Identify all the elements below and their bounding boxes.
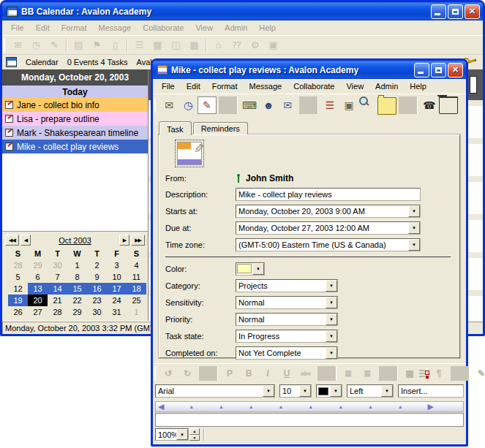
calendar-day[interactable]: 27 [28, 306, 48, 318]
new-task-icon[interactable]: ✎ [45, 37, 64, 53]
minimize-button[interactable] [431, 4, 446, 19]
menu-item[interactable]: Message [93, 20, 138, 35]
calendar-day[interactable]: 26 [8, 306, 28, 318]
timezone-dropdown[interactable]: (GMT-5:00) Eastern Time (US & Canada) ▼ [236, 238, 421, 251]
ruler-tab-marker[interactable]: ▲ [338, 404, 343, 409]
calendar-day[interactable]: 10 [107, 271, 127, 283]
dropdown-arrow-icon[interactable]: ▼ [326, 330, 337, 342]
maximize-button[interactable] [448, 4, 463, 19]
menu-item[interactable]: File [156, 79, 181, 94]
zoom-spinner[interactable]: ▲ ▼ [189, 428, 200, 441]
task-list-item[interactable]: Jane - collect bio info [2, 98, 148, 112]
contact-icon[interactable]: ☻ [259, 96, 278, 114]
next-year-button[interactable]: ▶▶ [131, 235, 145, 246]
message-icon[interactable]: ▤ [69, 37, 88, 53]
starts-at-dropdown[interactable]: Monday, October 20, 2003 9:00 AM ▼ [236, 205, 421, 218]
calendar-day[interactable]: 11 [127, 271, 146, 283]
menu-item[interactable]: Message [244, 79, 288, 94]
table-icon[interactable]: ▦ [400, 366, 419, 381]
calendar-day[interactable]: 21 [48, 295, 67, 306]
send-icon[interactable]: ⌨ [240, 96, 259, 114]
sensitivity-dropdown[interactable]: Normal ▼ [236, 296, 338, 309]
dropdown-arrow-icon[interactable]: ▼ [326, 297, 337, 308]
menu-item[interactable]: Collaborate [287, 79, 340, 94]
calendar-day[interactable]: 9 [87, 271, 107, 283]
delete-icon[interactable] [439, 96, 458, 114]
folder-up-icon[interactable]: ⌂ [209, 37, 228, 53]
calendar-day[interactable]: 19 [8, 295, 28, 306]
dropdown-arrow-icon[interactable]: ▼ [252, 263, 264, 275]
description-input[interactable]: Mike - collect play reviews [236, 188, 421, 201]
calendar-day[interactable]: 30 [87, 306, 107, 318]
new-alarm-icon[interactable]: ◷ [27, 37, 45, 53]
calendar-day[interactable]: 12 [8, 283, 28, 295]
view-list-icon[interactable]: ☰ [130, 37, 148, 53]
calendar-day[interactable]: 4 [127, 259, 146, 271]
dropdown-arrow-icon[interactable]: ▼ [326, 280, 337, 292]
paragraph-icon[interactable]: P [220, 366, 239, 381]
calendar-day[interactable]: 29 [67, 306, 87, 318]
new-appointment-icon[interactable]: ✉ [9, 37, 27, 53]
calendar-day[interactable]: 23 [87, 295, 107, 306]
calendar-day[interactable]: 2 [87, 259, 107, 271]
maximize-button[interactable] [431, 63, 446, 77]
ruler-tab-marker[interactable]: ▲ [279, 404, 284, 409]
appointment-icon[interactable]: ✉ [159, 96, 178, 114]
next-month-button[interactable]: ▶ [119, 235, 129, 246]
calendar-day[interactable]: 3 [107, 259, 127, 271]
ruler-tab-marker[interactable]: ▲ [189, 404, 194, 409]
italic-icon[interactable]: I [258, 366, 277, 381]
ruler-right-margin-marker[interactable]: ▶ [427, 402, 433, 411]
menu-item[interactable]: Format [56, 20, 93, 35]
task-big-icon[interactable] [177, 142, 202, 165]
calendar-day[interactable]: 5 [8, 271, 28, 283]
tools-icon[interactable]: ⚙ [246, 37, 264, 53]
print-icon[interactable]: ▣ [264, 37, 282, 53]
ruler-tab-marker[interactable]: ▲ [398, 404, 403, 409]
message-lines-icon[interactable]: ☰ [320, 96, 339, 114]
dropdown-arrow-icon[interactable]: ▼ [408, 205, 420, 217]
font-size-dropdown[interactable]: 10 ▼ [279, 384, 312, 398]
ruler[interactable]: ◀ ▲ ▲ ▲ ▲ ▲ ▲ ▲ ▲ ▶ [155, 401, 464, 412]
calendar-day[interactable]: 29 [28, 259, 48, 271]
view-month-icon[interactable]: ▦ [148, 37, 167, 53]
toolbar-grip[interactable] [154, 366, 156, 381]
dropdown-arrow-icon[interactable]: ▼ [408, 239, 420, 251]
dropdown-arrow-icon[interactable]: ▼ [176, 429, 188, 440]
edit-task-icon[interactable]: ✎ [198, 96, 217, 114]
view-grid-icon[interactable]: ▩ [185, 37, 203, 53]
minimize-button[interactable] [414, 63, 429, 77]
insert-dropdown[interactable]: Insert... [398, 384, 464, 398]
category-dropdown[interactable]: Projects ▼ [236, 279, 338, 292]
folder-icon[interactable] [377, 97, 396, 115]
tab-reminders[interactable]: Reminders [193, 122, 248, 134]
dropdown-arrow-icon[interactable]: ▼ [381, 385, 393, 397]
menu-item[interactable]: Format [206, 79, 244, 94]
month-label[interactable]: Oct 2003 [32, 236, 118, 245]
menu-item[interactable]: View [340, 79, 369, 94]
color-dropdown[interactable]: ▼ [236, 262, 265, 276]
task-list-item[interactable]: Lisa - prepare outline [2, 112, 148, 126]
view-split-icon[interactable]: ◫ [167, 37, 185, 53]
underline-icon[interactable]: U [277, 366, 296, 381]
calendar-day[interactable]: 8 [67, 271, 87, 283]
alignment-dropdown[interactable]: Left ▼ [347, 384, 394, 398]
menu-item[interactable]: File [5, 20, 30, 35]
bold-icon[interactable]: B [239, 366, 258, 381]
task-state-dropdown[interactable]: In Progress ▼ [236, 330, 338, 343]
calendar-day[interactable]: 1 [67, 259, 87, 271]
due-at-dropdown[interactable]: Monday, October 27, 2003 12:00 AM ▼ [236, 221, 421, 235]
ruler-tab-marker[interactable]: ▲ [308, 404, 313, 409]
close-button[interactable]: ✕ [448, 63, 463, 77]
calendar-day[interactable]: 22 [67, 295, 87, 306]
menu-item[interactable]: Edit [30, 20, 56, 35]
dropdown-arrow-icon[interactable]: ▼ [326, 347, 337, 359]
email-icon[interactable]: ✉ [278, 96, 297, 114]
menu-item[interactable]: Help [253, 20, 282, 35]
undo-icon[interactable]: ↺ [159, 366, 178, 381]
calendar-day[interactable]: 7 [48, 271, 67, 283]
calendar-day[interactable]: 28 [8, 259, 28, 271]
ruler-tab-marker[interactable]: ▲ [368, 404, 373, 409]
ruler-tab-marker[interactable]: ▲ [219, 404, 224, 409]
outdent-icon[interactable]: ≣ [339, 366, 358, 381]
